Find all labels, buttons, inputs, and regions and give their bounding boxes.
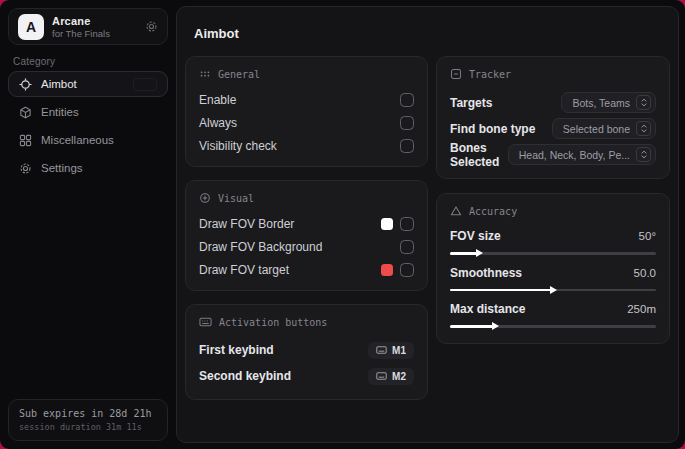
session-duration-text: session duration 31m 11s xyxy=(19,422,157,432)
find-bone-type-dropdown[interactable]: Selected bone xyxy=(552,118,656,139)
fov-target-color-swatch[interactable] xyxy=(381,264,393,276)
setting-row: Visibility check xyxy=(199,138,414,153)
setting-label: Always xyxy=(199,116,237,130)
sidebar-item-label: Entities xyxy=(41,106,79,118)
slider-row: Smoothness 50.0 xyxy=(450,266,656,292)
smoothness-slider[interactable] xyxy=(450,289,656,292)
keyboard-icon xyxy=(376,371,387,381)
unfold-icon xyxy=(636,147,651,162)
setting-label: Second keybind xyxy=(199,369,291,383)
slider-fill xyxy=(450,252,477,255)
sidebar-item-entities[interactable]: Entities xyxy=(8,99,168,125)
setting-label: Draw FOV Border xyxy=(199,217,294,231)
draw-fov-border-checkbox[interactable] xyxy=(400,217,414,231)
setting-label: Targets xyxy=(450,96,492,110)
dropdown-value: Head, Neck, Body, Pe... xyxy=(519,149,630,161)
always-checkbox[interactable] xyxy=(400,116,414,130)
sidebar-item-label: Aimbot xyxy=(41,78,77,90)
setting-row: Bones Selected Head, Neck, Body, Pe... xyxy=(450,144,656,165)
setting-row: Draw FOV Background xyxy=(199,239,414,254)
slider-value: 50.0 xyxy=(634,267,656,279)
slider-row: Max distance 250m xyxy=(450,302,656,328)
draw-fov-background-checkbox[interactable] xyxy=(400,240,414,254)
bones-selected-dropdown[interactable]: Head, Neck, Body, Pe... xyxy=(508,144,656,165)
setting-row: Always xyxy=(199,115,414,130)
visual-card: Visual Draw FOV Border Draw FOV Backgrou… xyxy=(185,180,428,291)
keyboard-icon xyxy=(199,316,212,328)
square-minus-icon xyxy=(450,68,462,80)
draw-fov-target-checkbox[interactable] xyxy=(400,263,414,277)
accuracy-card: Accuracy FOV size 50° Smoothness xyxy=(436,193,670,344)
sidebar-item-miscellaneous[interactable]: Miscellaneous xyxy=(8,127,168,153)
setting-row: Targets Bots, Teams xyxy=(450,92,656,113)
setting-label: First keybind xyxy=(199,343,274,357)
setting-label: Enable xyxy=(199,93,236,107)
setting-row: Second keybind M2 xyxy=(199,366,414,386)
sidebar-item-label: Settings xyxy=(41,162,83,174)
slider-value: 50° xyxy=(639,230,656,242)
subscription-info-box: Sub expires in 28d 21h session duration … xyxy=(8,399,168,441)
category-label: Category xyxy=(13,56,55,67)
sidebar-nav: Aimbot Entities Miscellaneou xyxy=(8,71,168,181)
dropdown-value: Bots, Teams xyxy=(572,97,630,109)
section-title: Accuracy xyxy=(469,206,517,217)
refresh-gear-icon[interactable] xyxy=(145,20,158,33)
fov-size-slider[interactable] xyxy=(450,252,656,255)
keybind-hint-badge xyxy=(133,78,157,91)
cube-icon xyxy=(19,106,32,119)
targets-dropdown[interactable]: Bots, Teams xyxy=(561,92,656,113)
activation-card: Activation buttons First keybind M1 xyxy=(185,304,428,400)
setting-label: Visibility check xyxy=(199,139,277,153)
triangle-icon xyxy=(450,205,462,217)
setting-label: Draw FOV target xyxy=(199,263,289,277)
sidebar: A Arcane for The Finals Category xyxy=(0,0,176,449)
setting-row: Enable xyxy=(199,92,414,107)
unfold-icon xyxy=(636,121,651,136)
keyboard-icon xyxy=(376,345,387,355)
section-title: Visual xyxy=(218,193,254,204)
sidebar-header: A Arcane for The Finals xyxy=(8,8,168,45)
slider-value: 250m xyxy=(627,303,656,315)
setting-label: Bones Selected xyxy=(450,141,508,169)
grid-icon xyxy=(19,134,32,147)
keybind-value: M2 xyxy=(392,371,406,382)
app-subtitle: for The Finals xyxy=(52,28,110,39)
gear-icon xyxy=(19,162,32,175)
section-title: Tracker xyxy=(469,69,511,80)
circle-plus-icon xyxy=(199,192,211,204)
setting-row: Find bone type Selected bone xyxy=(450,118,656,139)
main-panel: Aimbot General xyxy=(176,6,679,443)
setting-label: Smoothness xyxy=(450,266,522,280)
first-keybind-button[interactable]: M1 xyxy=(368,342,414,359)
app-name: Arcane xyxy=(52,15,110,27)
sidebar-item-aimbot[interactable]: Aimbot xyxy=(8,71,168,97)
dots-grid-icon xyxy=(199,68,211,80)
sidebar-item-settings[interactable]: Settings xyxy=(8,155,168,181)
setting-row: Draw FOV target xyxy=(199,262,414,277)
keybind-value: M1 xyxy=(392,345,406,356)
visibility-check-checkbox[interactable] xyxy=(400,139,414,153)
unfold-icon xyxy=(636,95,651,110)
slider-fill xyxy=(450,325,493,328)
setting-label: Max distance xyxy=(450,302,525,316)
dropdown-value: Selected bone xyxy=(563,123,630,135)
sidebar-item-label: Miscellaneous xyxy=(41,134,114,146)
setting-row: Draw FOV Border xyxy=(199,216,414,231)
tracker-card: Tracker Targets Bots, Teams xyxy=(436,56,670,179)
setting-label: Draw FOV Background xyxy=(199,240,322,254)
section-title: General xyxy=(218,69,260,80)
setting-row: First keybind M1 xyxy=(199,340,414,360)
second-keybind-button[interactable]: M2 xyxy=(368,368,414,385)
sub-expiry-text: Sub expires in 28d 21h xyxy=(19,408,157,419)
page-title: Aimbot xyxy=(194,26,670,41)
max-distance-slider[interactable] xyxy=(450,325,656,328)
slider-fill xyxy=(450,289,551,292)
setting-label: Find bone type xyxy=(450,122,535,136)
setting-label: FOV size xyxy=(450,229,501,243)
slider-row: FOV size 50° xyxy=(450,229,656,255)
enable-checkbox[interactable] xyxy=(400,93,414,107)
app-logo: A xyxy=(18,14,44,40)
fov-border-color-swatch[interactable] xyxy=(381,218,393,230)
section-title: Activation buttons xyxy=(219,317,327,328)
app-window: A Arcane for The Finals Category xyxy=(0,0,685,449)
